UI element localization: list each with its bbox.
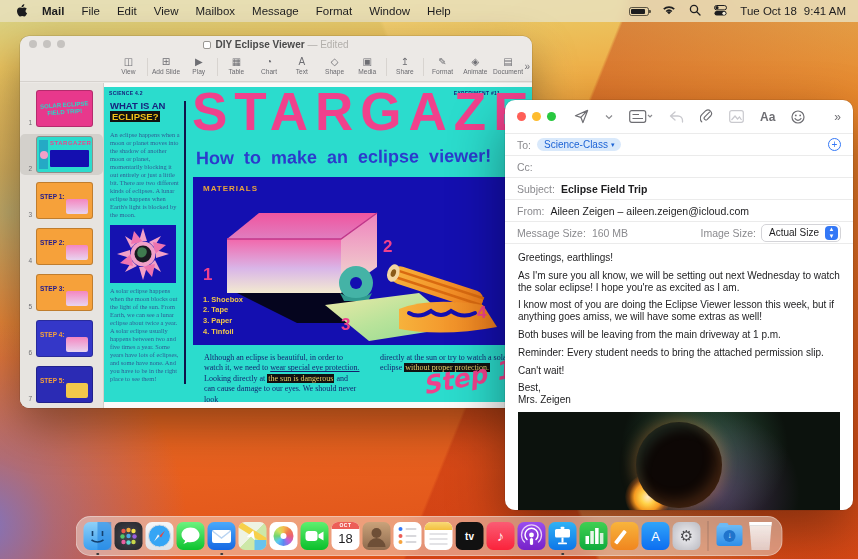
- toolbar-chart-button[interactable]: ◔Chart: [253, 57, 286, 76]
- dock-icon-trash[interactable]: [747, 522, 775, 550]
- wifi-icon[interactable]: [662, 5, 676, 17]
- from-field[interactable]: From: Aileen Zeigen – aileen.zeigen@iclo…: [505, 199, 853, 221]
- reply-button[interactable]: [669, 111, 684, 123]
- slide-thumbnail-2-selected[interactable]: 2 STARGAZER: [20, 134, 103, 175]
- dock-icon-finder[interactable]: [84, 522, 112, 550]
- toolbar-overflow-button[interactable]: »: [834, 110, 841, 124]
- search-icon[interactable]: [689, 4, 701, 18]
- menu-item-mail[interactable]: Mail: [42, 5, 64, 17]
- menu-item-message[interactable]: Message: [252, 5, 299, 17]
- dock-icon-mail[interactable]: [208, 522, 236, 550]
- toolbar-table-button[interactable]: ▦Table: [220, 57, 253, 76]
- document-panel-icon: ▤: [492, 57, 525, 68]
- cc-field[interactable]: Cc:: [505, 155, 853, 177]
- menu-item-window[interactable]: Window: [369, 5, 410, 17]
- dock-icon-notes[interactable]: [425, 522, 453, 550]
- menu-item-edit[interactable]: Edit: [117, 5, 137, 17]
- slide-thumbnail-1[interactable]: 1 SOLAR ECLIPSE FIELD TRIP!: [20, 88, 103, 129]
- recipient-token[interactable]: Science-Class▾: [537, 138, 621, 151]
- slide-canvas[interactable]: SCIENCE 4.2 EXPERIMENT #11 WHAT IS AN EC…: [104, 87, 532, 402]
- dock-icon-contacts[interactable]: [363, 522, 391, 550]
- share-icon: ↥: [389, 57, 422, 68]
- toolbar-add-slide-button[interactable]: ⊞Add Slide: [150, 57, 183, 76]
- toolbar-view-button[interactable]: ◫View: [112, 57, 145, 76]
- slide-thumbnail-3[interactable]: 3 STEP 1:: [20, 180, 103, 221]
- media-icon: ▣: [351, 57, 384, 68]
- eclipse-photo-attachment[interactable]: [518, 412, 840, 510]
- play-icon: ▶: [182, 57, 215, 68]
- menu-item-help[interactable]: Help: [427, 5, 451, 17]
- desktop: Mail File Edit View Mailbox Message Form…: [0, 0, 858, 559]
- dock-icon-pages[interactable]: [611, 522, 639, 550]
- dock-icon-facetime[interactable]: [301, 522, 329, 550]
- toolbar-format-button[interactable]: ✎Format: [426, 57, 459, 76]
- zoom-button[interactable]: [547, 112, 556, 121]
- dock-icon-photos[interactable]: [270, 522, 298, 550]
- mail-window-controls[interactable]: [517, 112, 556, 121]
- dock-icon-system-settings[interactable]: ⚙: [673, 522, 701, 550]
- send-button[interactable]: [574, 109, 589, 124]
- send-options-chevron-icon[interactable]: [605, 114, 613, 120]
- menu-item-view[interactable]: View: [154, 5, 179, 17]
- image-size-dropdown[interactable]: Actual Size ▲▼: [761, 224, 841, 242]
- subject-field[interactable]: Subject: Eclipse Field Trip: [505, 177, 853, 199]
- dock-icon-tv[interactable]: tv: [456, 522, 484, 550]
- control-center-icon[interactable]: [714, 5, 727, 18]
- mail-compose-window[interactable]: Aa » To: Science-Class▾ + Cc: Subject: E…: [505, 100, 853, 510]
- format-icon: ✎: [426, 57, 459, 68]
- toolbar-media-button[interactable]: ▣Media: [351, 57, 384, 76]
- keynote-canvas[interactable]: SCIENCE 4.2 EXPERIMENT #11 WHAT IS AN EC…: [104, 83, 532, 408]
- toolbar-play-button[interactable]: ▶Play: [182, 57, 215, 76]
- dock-icon-safari[interactable]: [146, 522, 174, 550]
- menu-bar: Mail File Edit View Mailbox Message Form…: [0, 0, 858, 22]
- insert-image-button[interactable]: [729, 110, 744, 123]
- battery-icon[interactable]: [629, 7, 649, 16]
- dock-icon-maps[interactable]: [239, 522, 267, 550]
- subject-value: Eclipse Field Trip: [561, 183, 647, 195]
- slide-thumbnail-7[interactable]: 7 STEP 5:: [20, 364, 103, 405]
- toolbar-shape-button[interactable]: ◇Shape: [318, 57, 351, 76]
- dock-icon-launchpad[interactable]: [115, 522, 143, 550]
- keynote-window[interactable]: DIY Eclipse Viewer — Edited ◫View ⊞Add S…: [20, 36, 532, 408]
- attach-button[interactable]: [700, 109, 713, 124]
- message-body[interactable]: Greetings, earthlings! As I'm sure you a…: [505, 243, 853, 406]
- animate-icon: ◈: [459, 57, 492, 68]
- slide-bottom-text-col1: Although an eclipse is beautiful, in ord…: [204, 353, 360, 402]
- slide-thumbnail-6[interactable]: 6 STEP 4:: [20, 318, 103, 359]
- body-paragraph: Reminder: Every student needs to bring t…: [518, 347, 840, 359]
- body-signature: Mrs. Zeigen: [518, 394, 840, 406]
- toolbar-share-button[interactable]: ↥Share: [389, 57, 422, 76]
- slide-thumbnail-5[interactable]: 5 STEP 3:: [20, 272, 103, 313]
- dock-icon-app-store[interactable]: A: [642, 522, 670, 550]
- dock-icon-reminders[interactable]: [394, 522, 422, 550]
- to-field[interactable]: To: Science-Class▾ +: [505, 133, 853, 155]
- menu-item-mailbox[interactable]: Mailbox: [195, 5, 235, 17]
- header-fields-button[interactable]: [629, 110, 653, 123]
- toolbar-animate-button[interactable]: ◈Animate: [459, 57, 492, 76]
- emoji-button[interactable]: [791, 110, 805, 124]
- toolbar-overflow-button[interactable]: »: [524, 61, 532, 72]
- menu-bar-time[interactable]: 9:41 AM: [804, 5, 846, 17]
- dock-icon-numbers[interactable]: [580, 522, 608, 550]
- format-button[interactable]: Aa: [760, 110, 775, 124]
- add-recipient-button[interactable]: +: [828, 138, 841, 151]
- body-paragraph: I know most of you are doing the Eclipse…: [518, 299, 840, 323]
- dock-icon-podcasts[interactable]: [518, 522, 546, 550]
- slide-thumbnail-4[interactable]: 4 STEP 2:: [20, 226, 103, 267]
- menu-item-format[interactable]: Format: [316, 5, 352, 17]
- apple-menu-icon[interactable]: [16, 4, 28, 18]
- dock-icon-calendar[interactable]: OCT 18: [332, 522, 360, 550]
- dock-icon-downloads[interactable]: ↓: [716, 522, 744, 550]
- dock-icon-music[interactable]: ♪: [487, 522, 515, 550]
- toolbar-document-button[interactable]: ▤Document: [492, 57, 525, 76]
- close-button[interactable]: [517, 112, 526, 121]
- toolbar-text-button[interactable]: AText: [285, 57, 318, 76]
- slide-navigator[interactable]: 1 SOLAR ECLIPSE FIELD TRIP! 2 STARGAZER …: [20, 83, 104, 408]
- menu-item-file[interactable]: File: [81, 5, 100, 17]
- dock-icon-keynote[interactable]: [549, 522, 577, 550]
- keynote-titlebar[interactable]: DIY Eclipse Viewer — Edited: [20, 36, 532, 52]
- minimize-button[interactable]: [532, 112, 541, 121]
- dock-icon-messages[interactable]: [177, 522, 205, 550]
- token-chevron-icon: ▾: [611, 141, 615, 149]
- menu-bar-date[interactable]: Tue Oct 18: [740, 5, 796, 17]
